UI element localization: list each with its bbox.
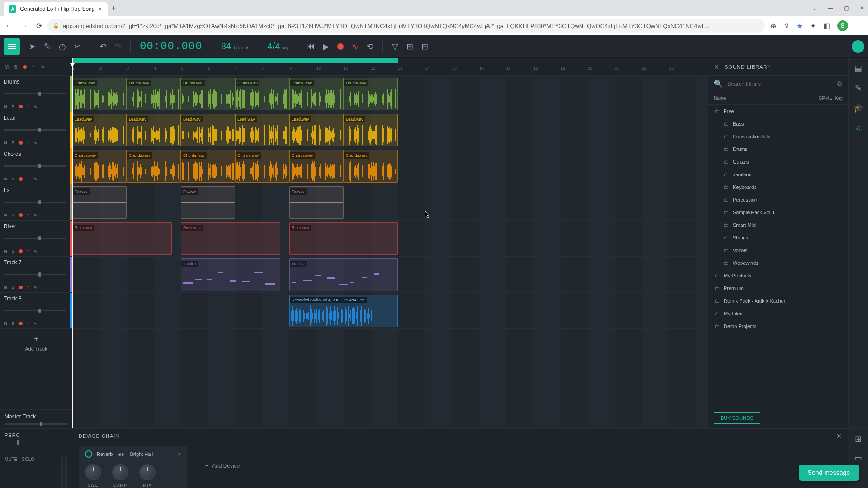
time-display[interactable]: 00:00.000 bbox=[140, 40, 203, 52]
back-icon[interactable]: ← bbox=[5, 22, 13, 30]
solo-all[interactable]: S bbox=[14, 64, 17, 70]
arm-button[interactable] bbox=[19, 177, 23, 181]
undo-icon[interactable]: ↶ bbox=[99, 42, 106, 52]
share-icon[interactable]: ⇪ bbox=[783, 22, 789, 30]
timer-tool-icon[interactable]: ◷ bbox=[59, 42, 66, 52]
record-button[interactable] bbox=[337, 43, 344, 50]
col-bpm[interactable]: BPM ▴ bbox=[819, 96, 835, 101]
mute-button[interactable]: MUTE bbox=[5, 457, 17, 488]
track-header[interactable]: Lead M S ⫯ ∿ bbox=[0, 112, 72, 148]
minimize-icon[interactable]: — bbox=[828, 5, 833, 11]
solo-button[interactable]: S bbox=[12, 104, 14, 109]
meter-icon[interactable]: ⫯ bbox=[27, 104, 29, 109]
mute-button[interactable]: M bbox=[4, 213, 7, 217]
library-folder[interactable]: 🗀Woodwinds bbox=[708, 257, 848, 269]
profile-avatar[interactable]: S bbox=[837, 20, 848, 31]
files-icon[interactable]: ▤ bbox=[854, 63, 862, 73]
forward-icon[interactable]: → bbox=[21, 22, 28, 30]
automation-icon[interactable]: ∿ bbox=[34, 285, 38, 290]
automation-icon[interactable]: ∿ bbox=[34, 104, 38, 109]
automation-icon[interactable]: ∿ bbox=[34, 141, 38, 145]
filter-icon[interactable]: ⚙ bbox=[836, 80, 843, 88]
mixer-icon[interactable]: ⊟ bbox=[421, 42, 428, 52]
preset-nav[interactable]: ◀▶ bbox=[117, 452, 125, 457]
track-row[interactable]: Recorded Audio Jul 4, 2023, 1:24:56 PM bbox=[72, 293, 708, 329]
reverb-device[interactable]: Reverb ◀▶ Bright Hall ▾ SIZEDAMPMIX bbox=[79, 446, 187, 488]
audio-clip[interactable]: Lead.wav bbox=[127, 114, 181, 146]
add-device-button[interactable]: + Add Device bbox=[205, 463, 240, 469]
time-signature[interactable]: 4/4 sig bbox=[267, 41, 288, 52]
track-row[interactable]: Track 7Track 7 bbox=[72, 257, 708, 293]
buy-sounds-button[interactable]: BUY SOUNDS bbox=[714, 412, 760, 424]
track-header[interactable]: Fx M S ⫯ ∿ bbox=[0, 184, 72, 221]
maximize-icon[interactable]: ▢ bbox=[844, 5, 849, 11]
redo-icon[interactable]: ↷ bbox=[114, 42, 121, 52]
mute-button[interactable]: M bbox=[4, 249, 7, 253]
knob[interactable] bbox=[85, 464, 101, 480]
library-icon[interactable]: ♫ bbox=[855, 123, 862, 132]
library-folder[interactable]: 🗀My Files bbox=[708, 307, 848, 320]
track-header[interactable]: Chords M S ⫯ ∿ bbox=[0, 148, 72, 184]
library-folder[interactable]: 🗀Free bbox=[708, 105, 848, 117]
mute-button[interactable]: M bbox=[4, 285, 7, 290]
meter-icon[interactable]: ⫯ bbox=[27, 249, 29, 253]
loop-region[interactable] bbox=[72, 58, 398, 63]
arm-button[interactable] bbox=[19, 286, 23, 289]
sidepanel-icon[interactable]: ◧ bbox=[823, 22, 830, 30]
col-key[interactable]: Key bbox=[835, 96, 843, 101]
audio-clip[interactable]: Drums.wav bbox=[127, 78, 181, 110]
library-folder[interactable]: 🗀Percussion bbox=[708, 193, 848, 206]
user-avatar[interactable] bbox=[852, 40, 864, 53]
library-folder[interactable]: 🗀Construction Kits bbox=[708, 130, 848, 143]
arrange-view-icon[interactable]: ⊞ bbox=[855, 434, 862, 444]
audio-clip[interactable]: Lead.wav bbox=[344, 114, 398, 146]
arm-all[interactable] bbox=[23, 65, 27, 69]
audio-clip[interactable]: Fx.wav bbox=[181, 186, 235, 219]
library-folder[interactable]: 🗀Vocals bbox=[708, 244, 848, 257]
audio-clip[interactable]: Drums.wav bbox=[235, 78, 289, 110]
library-folder[interactable]: 🗀Guitars bbox=[708, 155, 848, 168]
arm-button[interactable] bbox=[19, 105, 23, 108]
audio-clip[interactable]: Lead.wav bbox=[72, 114, 127, 146]
mute-button[interactable]: M bbox=[4, 321, 7, 326]
audio-clip[interactable]: Riser.wav bbox=[181, 222, 280, 255]
audio-clip[interactable]: Drums.wav bbox=[289, 78, 344, 110]
arm-button[interactable] bbox=[19, 249, 23, 253]
audio-clip[interactable]: Drums.wav bbox=[181, 78, 235, 110]
mute-button[interactable]: M bbox=[4, 104, 7, 109]
count-in-icon[interactable]: ⊞ bbox=[406, 42, 413, 52]
knob[interactable] bbox=[139, 464, 156, 480]
library-folder[interactable]: 🗀Keyboards bbox=[708, 181, 848, 193]
bookmark-icon[interactable]: ★ bbox=[797, 22, 803, 30]
send-message-button[interactable]: Send message bbox=[799, 465, 859, 481]
audio-clip[interactable]: Lead.wav bbox=[181, 114, 235, 146]
track-header[interactable]: Drums M S ⫯ ∿ bbox=[0, 76, 72, 112]
metronome-icon[interactable]: ▽ bbox=[392, 42, 398, 52]
loop-bar[interactable] bbox=[72, 58, 708, 63]
track-row[interactable]: Chords.wavChords.wavChords.wavChords.wav… bbox=[72, 148, 708, 184]
col-name[interactable]: Name bbox=[714, 96, 819, 101]
master-track[interactable]: Master Track bbox=[0, 409, 72, 428]
solo-button[interactable]: S bbox=[12, 249, 14, 253]
library-folder[interactable]: 🗀Remix Pack - Artik x Kacher bbox=[708, 295, 848, 307]
arrangement-view[interactable]: Drums.wavDrums.wavDrums.wavDrums.wavDrum… bbox=[72, 76, 708, 428]
audio-clip[interactable]: Riser.wav bbox=[72, 222, 172, 255]
url-field[interactable]: 🔒 app.ampedstudio.com/?_gl=1*zkt20c*_ga*… bbox=[47, 19, 765, 33]
preset-dropdown-icon[interactable]: ▾ bbox=[178, 451, 181, 457]
mute-all[interactable]: M bbox=[5, 64, 9, 70]
tab-close-icon[interactable]: × bbox=[98, 5, 102, 13]
device-power-icon[interactable] bbox=[85, 450, 92, 458]
skip-back-icon[interactable]: ⏮ bbox=[307, 42, 315, 51]
mute-button[interactable]: M bbox=[4, 141, 7, 145]
cut-tool-icon[interactable]: ✂ bbox=[74, 42, 81, 52]
volume-slider[interactable] bbox=[4, 93, 66, 94]
grad-icon[interactable]: 🎓 bbox=[854, 103, 863, 113]
solo-button[interactable]: S bbox=[12, 213, 14, 217]
audio-clip[interactable]: Chords.wav bbox=[181, 150, 235, 183]
audio-clip[interactable]: Chords.wav bbox=[127, 150, 181, 183]
volume-slider[interactable] bbox=[4, 274, 66, 275]
audio-clip[interactable]: Drums.wav bbox=[344, 78, 398, 110]
meter-icon[interactable]: ⫯ bbox=[27, 285, 29, 290]
solo-button[interactable]: S bbox=[12, 321, 14, 326]
audio-clip[interactable]: Fx.wav bbox=[72, 186, 127, 219]
